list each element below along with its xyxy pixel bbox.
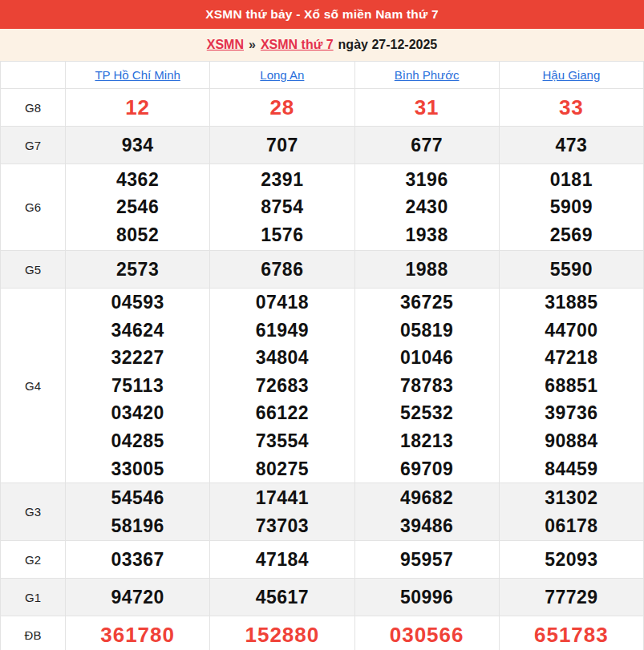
prize-number: 94720: [66, 583, 209, 612]
table-header-row: TP Hồ Chí Minh Long An Bình Phước Hậu Gi…: [1, 62, 644, 89]
prize-number: 18213: [355, 427, 499, 455]
prize-cell: 28: [210, 89, 354, 127]
prize-cell: 2573: [66, 251, 210, 289]
prize-cell: 31: [354, 89, 499, 127]
prize-number: 54546: [66, 484, 209, 512]
prize-cell: 018159092569: [499, 164, 643, 251]
prize-number: 45617: [210, 583, 354, 612]
prize-label: G3: [1, 483, 66, 541]
prize-cell: 31885447004721868851397369088484459: [499, 289, 643, 483]
prize-number: 90884: [500, 427, 643, 455]
prize-number: 2569: [500, 221, 643, 249]
prize-number: 73703: [210, 512, 354, 540]
prize-cell: 6786: [210, 251, 354, 289]
breadcrumb: XSMN » XSMN thứ 7 ngày 27-12-2025: [0, 29, 644, 61]
prize-cell: 4968239486: [354, 483, 499, 541]
column-link-haugiang[interactable]: Hậu Giang: [543, 68, 601, 82]
results-table: TP Hồ Chí Minh Long An Bình Phước Hậu Gi…: [0, 61, 644, 650]
prize-number: 49682: [355, 484, 499, 512]
prize-number: 0181: [500, 166, 643, 194]
prize-label: G1: [1, 579, 66, 616]
prize-cell: 3130206178: [499, 483, 643, 541]
prize-number: 31885: [500, 289, 643, 317]
prize-number: 2391: [210, 166, 354, 194]
prize-number: 07418: [210, 289, 354, 317]
table-row: G354546581961744173703496823948631302061…: [1, 483, 644, 541]
prize-cell: 436225468052: [66, 164, 210, 251]
prize-number: 5909: [500, 193, 643, 221]
prize-number: 34804: [210, 344, 354, 372]
prize-number: 52532: [355, 399, 499, 427]
table-row: G643622546805223918754157631962430193801…: [1, 164, 644, 251]
prize-number: 78783: [355, 372, 499, 400]
prize-number: 32227: [66, 344, 209, 372]
prize-cell: 651783: [499, 616, 643, 650]
prize-number: 68851: [500, 372, 643, 400]
prize-number: 69709: [355, 455, 499, 483]
prize-number: 04285: [66, 427, 209, 455]
prize-number: 8052: [66, 221, 209, 249]
prize-cell: 934: [66, 127, 210, 164]
prize-label: G2: [1, 541, 66, 579]
breadcrumb-link-xsmn-thu7[interactable]: XSMN thứ 7: [261, 38, 334, 52]
column-header-tphcm: TP Hồ Chí Minh: [66, 62, 210, 89]
prize-number: 01046: [355, 344, 499, 372]
prize-cell: 03367: [66, 541, 210, 579]
prize-number: 03367: [66, 546, 209, 574]
prize-number: 2546: [66, 193, 209, 221]
prize-cell: 04593346243222775113034200428533005: [66, 289, 210, 483]
prize-number: 39486: [355, 512, 499, 540]
prize-number: 030566: [355, 621, 499, 649]
prize-cell: 77729: [499, 579, 643, 616]
prize-number: 84459: [500, 455, 643, 483]
prize-number: 05819: [355, 317, 499, 345]
prize-cell: 94720: [66, 579, 210, 616]
prize-cell: 677: [354, 127, 499, 164]
prize-cell: 239187541576: [210, 164, 354, 251]
prize-label: G5: [1, 251, 66, 289]
prize-number: 44700: [500, 317, 643, 345]
prize-number: 17441: [210, 484, 354, 512]
prize-cell: 50996: [354, 579, 499, 616]
prize-cell: 030566: [354, 616, 499, 650]
breadcrumb-date: ngày 27-12-2025: [338, 38, 438, 52]
prize-number: 58196: [66, 512, 209, 540]
prize-number: 31: [355, 94, 499, 122]
prize-number: 95957: [355, 546, 499, 574]
prize-cell: 47184: [210, 541, 354, 579]
prize-number: 36725: [355, 289, 499, 317]
prize-number: 77729: [500, 583, 643, 612]
prize-label: G4: [1, 289, 66, 483]
prize-cell: 1744173703: [210, 483, 354, 541]
prize-number: 677: [355, 131, 499, 159]
prize-label: G6: [1, 164, 66, 251]
prize-cell: 45617: [210, 579, 354, 616]
prize-cell: 361780: [66, 616, 210, 650]
prize-cell: 95957: [354, 541, 499, 579]
column-link-tphcm[interactable]: TP Hồ Chí Minh: [95, 68, 180, 82]
prize-number: 73554: [210, 427, 354, 455]
prize-number: 707: [210, 131, 354, 159]
breadcrumb-separator: »: [249, 38, 256, 52]
column-header-haugiang: Hậu Giang: [499, 62, 643, 89]
prize-number: 72683: [210, 372, 354, 400]
prize-number: 75113: [66, 372, 209, 400]
column-link-longan[interactable]: Long An: [260, 68, 304, 82]
page: XSMN thứ bảy - Xổ số miền Nam thứ 7 XSMN…: [0, 0, 644, 650]
prize-number: 31302: [500, 484, 643, 512]
column-link-binhphuoc[interactable]: Bình Phước: [395, 68, 460, 82]
prize-label: G8: [1, 89, 66, 127]
prize-number: 4362: [66, 166, 209, 194]
prize-number: 1576: [210, 221, 354, 249]
prize-number: 1988: [355, 256, 499, 284]
prize-number: 04593: [66, 289, 209, 317]
title-bar: XSMN thứ bảy - Xổ số miền Nam thứ 7: [0, 0, 644, 29]
prize-label: ĐB: [1, 616, 66, 650]
prize-number: 1938: [355, 221, 499, 249]
table-row: G194720456175099677729: [1, 579, 644, 616]
prize-cell: 152880: [210, 616, 354, 650]
breadcrumb-link-xsmn[interactable]: XSMN: [207, 38, 244, 52]
prize-number: 5590: [500, 256, 643, 284]
prize-number: 651783: [500, 621, 643, 649]
prize-number: 61949: [210, 317, 354, 345]
